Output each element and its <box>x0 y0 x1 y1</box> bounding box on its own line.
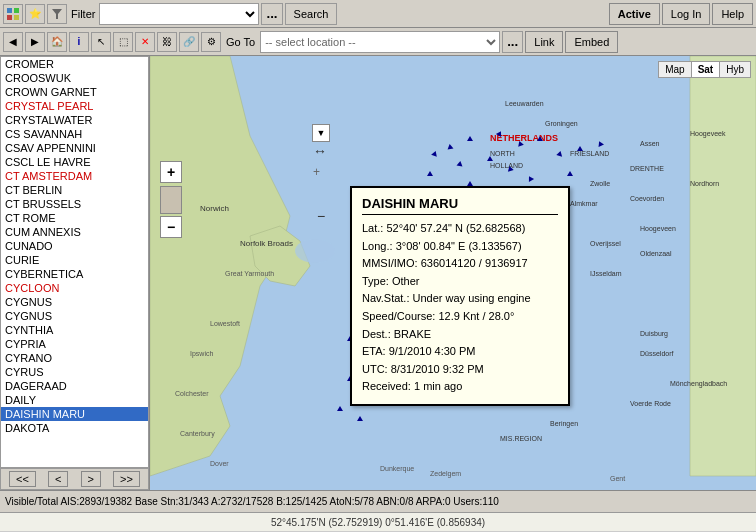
nav-next[interactable]: > <box>81 471 101 487</box>
svg-text:Norwich: Norwich <box>200 204 229 213</box>
sidebar-item[interactable]: CUM ANNEXIS <box>1 225 148 239</box>
star-icon[interactable]: ⭐ <box>25 4 45 24</box>
map-area[interactable]: Norwich Norfolk Broads Great Yarmouth Lo… <box>150 56 756 490</box>
forward-icon[interactable]: ▶ <box>25 32 45 52</box>
filter-dots-button[interactable]: ... <box>261 3 282 25</box>
sidebar-item[interactable]: CROWN GARNET <box>1 85 148 99</box>
svg-rect-0 <box>7 8 12 13</box>
sidebar-item[interactable]: CYNTHIA <box>1 323 148 337</box>
goto-label: Go To <box>226 36 255 48</box>
svg-text:Almkmar: Almkmar <box>570 200 598 207</box>
status-text: Visible/Total AIS:2893/19382 Base Stn:31… <box>5 496 499 507</box>
sidebar-item[interactable]: CS SAVANNAH <box>1 127 148 141</box>
sidebar-item[interactable]: CYRUS <box>1 365 148 379</box>
filter-label: Filter <box>71 8 95 20</box>
vessel-received: Received: 1 min ago <box>362 378 558 396</box>
sidebar-item[interactable]: CYPRIA <box>1 337 148 351</box>
filter-select[interactable] <box>99 3 259 25</box>
coordinates-text: 52°45.175'N (52.752919) 0°51.416'E (0.85… <box>271 517 485 528</box>
svg-text:Colchester: Colchester <box>175 390 209 397</box>
vessel-lat: Lat.: 52°40' 57.24" N (52.682568) <box>362 220 558 238</box>
svg-rect-1 <box>14 8 19 13</box>
sidebar-item[interactable]: CROMER <box>1 57 148 71</box>
status-bar: Visible/Total AIS:2893/19382 Base Stn:31… <box>0 490 756 512</box>
sidebar-item[interactable]: CYGNUS <box>1 295 148 309</box>
vessel-navstat: Nav.Stat.: Under way using engine <box>362 290 558 308</box>
sidebar-item[interactable]: CT AMSTERDAM <box>1 169 148 183</box>
unlink-icon[interactable]: 🔗 <box>179 32 199 52</box>
zoom-in-button[interactable]: + <box>160 161 182 183</box>
svg-text:Hoogeveek: Hoogeveek <box>690 130 726 138</box>
sidebar-item[interactable]: CRYSTALWATER <box>1 113 148 127</box>
sidebar-item[interactable]: CURIE <box>1 253 148 267</box>
svg-text:+: + <box>313 165 320 179</box>
select-icon[interactable]: ⬚ <box>113 32 133 52</box>
svg-text:Hoogeveen: Hoogeveen <box>640 225 676 233</box>
back-icon[interactable]: ◀ <box>3 32 23 52</box>
sidebar-list[interactable]: CROMERCROOSWUKCROWN GARNETCRYSTAL PEARLC… <box>0 56 149 468</box>
svg-rect-3 <box>14 15 19 20</box>
cursor-icon[interactable]: ↖ <box>91 32 111 52</box>
sidebar-item[interactable]: CSCL LE HAVRE <box>1 155 148 169</box>
link-chain-icon[interactable]: ⛓ <box>157 32 177 52</box>
vessel-dest: Dest.: BRAKE <box>362 326 558 344</box>
nav-last[interactable]: >> <box>113 471 140 487</box>
sidebar-item[interactable]: CRYSTAL PEARL <box>1 99 148 113</box>
svg-text:Great Yarmouth: Great Yarmouth <box>225 270 274 277</box>
svg-text:MIS.REGION: MIS.REGION <box>500 435 542 442</box>
svg-text:Groningen: Groningen <box>545 120 578 128</box>
sidebar-item[interactable]: CYBERNETICA <box>1 267 148 281</box>
map-type-sat[interactable]: Sat <box>692 62 721 77</box>
help-button[interactable]: Help <box>712 3 753 25</box>
sidebar-item[interactable]: CYCLOON <box>1 281 148 295</box>
sidebar-item[interactable]: DAKOTA <box>1 421 148 435</box>
svg-text:Dunkerque: Dunkerque <box>380 465 414 473</box>
login-button[interactable]: Log In <box>662 3 711 25</box>
svg-text:Ipswich: Ipswich <box>190 350 213 358</box>
vessel-mmsi: MMSI/IMO: 636014120 / 9136917 <box>362 255 558 273</box>
zoom-out-button[interactable]: − <box>160 216 182 238</box>
svg-text:Lowestoft: Lowestoft <box>210 320 240 327</box>
location-dots-button[interactable]: ... <box>502 31 523 53</box>
pan-down-button[interactable]: ▼ <box>312 124 330 142</box>
funnel-icon[interactable] <box>47 4 67 24</box>
embed-button[interactable]: Embed <box>565 31 618 53</box>
search-button[interactable]: Search <box>285 3 338 25</box>
map-type-map[interactable]: Map <box>659 62 691 77</box>
sidebar-item[interactable]: CT BERLIN <box>1 183 148 197</box>
home-icon[interactable]: 🏠 <box>47 32 67 52</box>
sidebar-item[interactable]: CUNADO <box>1 239 148 253</box>
sidebar-item[interactable]: CT ROME <box>1 211 148 225</box>
nav-first[interactable]: << <box>9 471 36 487</box>
map-type-hyb[interactable]: Hyb <box>720 62 750 77</box>
svg-text:Gent: Gent <box>610 475 625 482</box>
vessel-long: Long.: 3°08' 00.84" E (3.133567) <box>362 238 558 256</box>
sidebar-item[interactable]: CT BRUSSELS <box>1 197 148 211</box>
vessel-eta: ETA: 9/1/2010 4:30 PM <box>362 343 558 361</box>
info-icon[interactable]: i <box>69 32 89 52</box>
vessel-popup: DAISHIN MARU Lat.: 52°40' 57.24" N (52.6… <box>350 186 570 406</box>
toolbar-2: ◀ ▶ 🏠 i ↖ ⬚ ✕ ⛓ 🔗 ⚙ Go To -- select loca… <box>0 28 756 56</box>
sidebar-item[interactable]: CROOSWUK <box>1 71 148 85</box>
sidebar-item[interactable]: CYGNUS <box>1 309 148 323</box>
svg-text:−: − <box>317 208 325 224</box>
svg-text:Norfolk Broads: Norfolk Broads <box>240 239 293 248</box>
sidebar-item[interactable]: DAISHIN MARU <box>1 407 148 421</box>
sidebar-item[interactable]: DAILY <box>1 393 148 407</box>
zoom-slider[interactable] <box>160 186 182 214</box>
settings-icon[interactable]: ⚙ <box>201 32 221 52</box>
svg-text:Zedelgem: Zedelgem <box>430 470 461 478</box>
sidebar-item[interactable]: CSAV APPENNINI <box>1 141 148 155</box>
svg-text:Nordhorn: Nordhorn <box>690 180 719 187</box>
active-button[interactable]: Active <box>609 3 660 25</box>
nav-prev[interactable]: < <box>48 471 68 487</box>
window-icon[interactable] <box>3 4 23 24</box>
link-button[interactable]: Link <box>525 31 563 53</box>
location-select[interactable]: -- select location -- <box>260 31 500 53</box>
svg-text:Dover: Dover <box>210 460 229 467</box>
sidebar-item[interactable]: CYRANO <box>1 351 148 365</box>
svg-rect-2 <box>7 15 12 20</box>
sidebar-item[interactable]: DAGERAAD <box>1 379 148 393</box>
svg-text:↔: ↔ <box>313 143 327 159</box>
close-icon[interactable]: ✕ <box>135 32 155 52</box>
